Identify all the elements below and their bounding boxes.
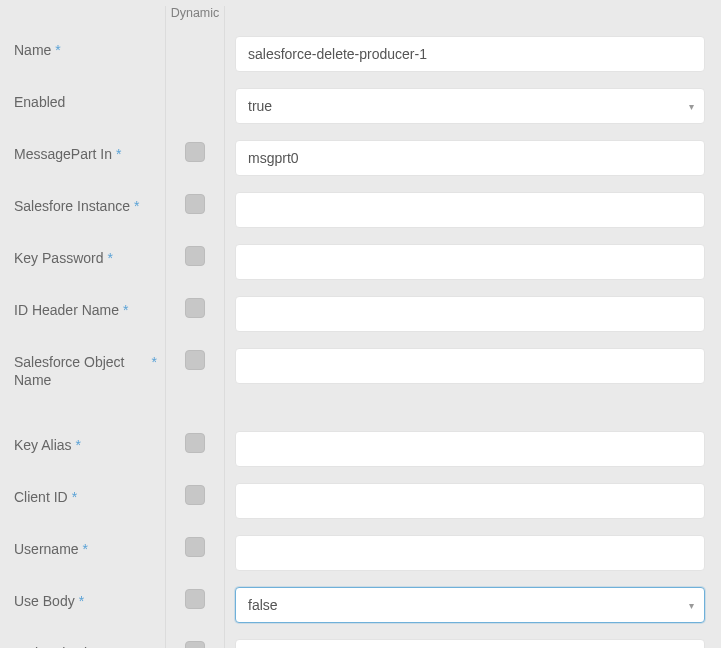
msgin-input-cell xyxy=(225,132,721,184)
idheader-dynamic-cell xyxy=(165,288,225,340)
usebody-label: Use Body* xyxy=(0,579,165,631)
label-text: Client ID xyxy=(14,489,68,507)
required-asterisk: * xyxy=(55,42,60,60)
select-value: false xyxy=(248,597,278,613)
usebody-input-cell: false▾ xyxy=(225,579,721,631)
gap xyxy=(165,403,225,423)
keyalias-input-cell xyxy=(225,423,721,475)
username-label: Username* xyxy=(0,527,165,579)
usebody-dynamic-cell xyxy=(165,579,225,631)
label-text: Enabled xyxy=(14,94,65,112)
objname-dynamic-cell xyxy=(165,340,225,403)
name-input-cell xyxy=(225,28,721,80)
keypass-dynamic-checkbox[interactable] xyxy=(185,246,205,266)
label-text: Salesforce Object Name xyxy=(14,354,148,389)
username-dynamic-cell xyxy=(165,527,225,579)
objname-dynamic-checkbox[interactable] xyxy=(185,350,205,370)
clientid-dynamic-checkbox[interactable] xyxy=(185,485,205,505)
idheader-dynamic-checkbox[interactable] xyxy=(185,298,205,318)
required-asterisk: * xyxy=(79,593,84,611)
objname-input-cell xyxy=(225,340,721,403)
required-asterisk: * xyxy=(76,437,81,455)
auth-label: Authentication xyxy=(0,631,165,648)
clientid-input-cell xyxy=(225,475,721,527)
instance-label: Salesfore Instance* xyxy=(0,184,165,236)
keyalias-dynamic-cell xyxy=(165,423,225,475)
label-text: Username xyxy=(14,541,79,559)
enabled-dynamic-cell xyxy=(165,80,225,132)
label-text: MessagePart In xyxy=(14,146,112,164)
required-asterisk: * xyxy=(107,250,112,268)
name-dynamic-cell xyxy=(165,28,225,80)
label-text: Key Alias xyxy=(14,437,72,455)
msgin-dynamic-checkbox[interactable] xyxy=(185,142,205,162)
required-asterisk: * xyxy=(123,302,128,320)
usebody-dynamic-checkbox[interactable] xyxy=(185,589,205,609)
clientid-label: Client ID* xyxy=(0,475,165,527)
keyalias-label: Key Alias* xyxy=(0,423,165,475)
label-text: Salesfore Instance xyxy=(14,198,130,216)
msgin-dynamic-cell xyxy=(165,132,225,184)
keyalias-dynamic-checkbox[interactable] xyxy=(185,433,205,453)
instance-dynamic-cell xyxy=(165,184,225,236)
enabled-select[interactable]: true▾ xyxy=(235,88,705,124)
objname-label: Salesforce Object Name* xyxy=(0,340,165,403)
keypass-input-cell xyxy=(225,236,721,288)
auth-input-cell: OAUTH2_JWT▾ xyxy=(225,631,721,648)
chevron-down-icon: ▾ xyxy=(689,101,694,112)
keyalias-input[interactable] xyxy=(235,431,705,467)
label-text: ID Header Name xyxy=(14,302,119,320)
clientid-dynamic-cell xyxy=(165,475,225,527)
objname-input[interactable] xyxy=(235,348,705,384)
label-text: Name xyxy=(14,42,51,60)
required-asterisk: * xyxy=(83,541,88,559)
username-dynamic-checkbox[interactable] xyxy=(185,537,205,557)
auth-select[interactable]: OAUTH2_JWT▾ xyxy=(235,639,705,648)
required-asterisk: * xyxy=(134,198,139,216)
username-input-cell xyxy=(225,527,721,579)
usebody-select[interactable]: false▾ xyxy=(235,587,705,623)
name-label: Name* xyxy=(0,28,165,80)
msgin-label: MessagePart In* xyxy=(0,132,165,184)
keypass-input[interactable] xyxy=(235,244,705,280)
idheader-label: ID Header Name* xyxy=(0,288,165,340)
label-text: Key Password xyxy=(14,250,103,268)
instance-input-cell xyxy=(225,184,721,236)
enabled-label: Enabled xyxy=(0,80,165,132)
enabled-input-cell: true▾ xyxy=(225,80,721,132)
instance-input[interactable] xyxy=(235,192,705,228)
chevron-down-icon: ▾ xyxy=(689,600,694,611)
dynamic-column-header: Dynamic xyxy=(165,6,225,28)
header-label-blank xyxy=(0,6,165,28)
idheader-input-cell xyxy=(225,288,721,340)
clientid-input[interactable] xyxy=(235,483,705,519)
instance-dynamic-checkbox[interactable] xyxy=(185,194,205,214)
username-input[interactable] xyxy=(235,535,705,571)
select-value: true xyxy=(248,98,272,114)
keypass-dynamic-cell xyxy=(165,236,225,288)
label-text: Use Body xyxy=(14,593,75,611)
gap xyxy=(0,403,165,423)
required-asterisk: * xyxy=(116,146,121,164)
auth-dynamic-checkbox[interactable] xyxy=(185,641,205,648)
name-input[interactable] xyxy=(235,36,705,72)
msgin-input[interactable] xyxy=(235,140,705,176)
keypass-label: Key Password* xyxy=(0,236,165,288)
auth-dynamic-cell xyxy=(165,631,225,648)
required-asterisk: * xyxy=(152,354,157,372)
idheader-input[interactable] xyxy=(235,296,705,332)
gap xyxy=(225,403,721,423)
header-input-blank xyxy=(225,6,721,28)
required-asterisk: * xyxy=(72,489,77,507)
